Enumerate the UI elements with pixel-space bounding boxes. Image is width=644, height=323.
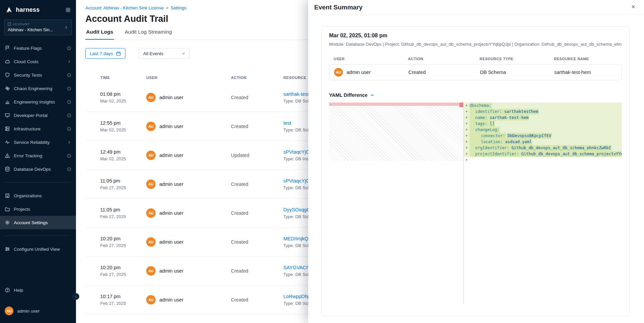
info-icon[interactable] <box>67 113 71 118</box>
sidebar-item[interactable]: Database DevOps <box>0 162 76 176</box>
user-name: admin user <box>159 210 184 216</box>
diff-plus-marker: + <box>464 145 470 151</box>
sidebar-item[interactable]: Cloud Costs <box>0 55 76 68</box>
info-icon[interactable] <box>67 167 71 171</box>
date-range-button[interactable]: Last 7 days <box>85 48 125 59</box>
sliders-icon <box>5 246 10 252</box>
organizations-icon <box>5 193 10 198</box>
user-avatar: AU <box>334 68 343 77</box>
event-time: 11:05 pm <box>100 207 146 212</box>
info-icon[interactable] <box>67 100 71 104</box>
sidebar-item-label: Database DevOps <box>14 167 63 172</box>
user-avatar: AU <box>146 237 156 247</box>
chevron-right-icon <box>64 25 68 30</box>
info-icon[interactable] <box>67 46 71 50</box>
date-range-label: Last 7 days <box>90 51 113 56</box>
flag-icon <box>5 45 10 51</box>
event-time: 10:20 pm <box>100 236 146 241</box>
portal-icon <box>5 113 10 118</box>
diff-added-line: + changeLog: <box>464 127 622 133</box>
user-name: admin user <box>159 124 184 129</box>
sidebar-item[interactable]: Service Reliability <box>0 135 76 149</box>
event-time: 12:55 pm <box>100 120 146 126</box>
gear-icon <box>5 220 10 225</box>
logo-text: harness <box>16 6 63 13</box>
yaml-value: [] <box>490 121 494 126</box>
sidebar-item[interactable]: Organizations <box>0 189 76 202</box>
insights-icon <box>5 99 10 105</box>
event-time: 10:17 pm <box>100 294 146 299</box>
diff-added-line: + <box>464 157 622 163</box>
sidebar-item-label: Configure Unified View <box>14 247 71 252</box>
diff-plus-marker: + <box>464 109 470 115</box>
sidebar-item[interactable]: Account Settings <box>0 216 76 229</box>
event-table-header: USER ACTION RESOURCE TYPE RESOURCE NAME <box>329 57 622 61</box>
event-filter-value: All Events <box>143 51 163 56</box>
info-icon[interactable] <box>67 86 71 91</box>
diff-plus-marker: + <box>464 139 470 145</box>
user-avatar: AU <box>146 266 156 276</box>
module-grid-icon[interactable] <box>66 7 71 12</box>
diff-plus-marker: + <box>464 121 470 127</box>
column-user: USER <box>146 76 231 80</box>
event-time: 12:49 pm <box>100 149 146 155</box>
column-user: USER <box>334 57 408 61</box>
user-name: admin user <box>159 239 184 245</box>
yaml-value: Github_db_devops_aut_db_schema_projectvY… <box>521 152 622 156</box>
info-icon[interactable] <box>67 154 71 158</box>
yaml-value: sarthak-test-hem <box>490 115 529 120</box>
chevron-up-icon <box>370 93 374 97</box>
sidebar-item[interactable]: Error Tracking <box>0 149 76 162</box>
diff-removed-cap <box>459 103 463 107</box>
event-date: Feb 27, 2025 <box>100 301 146 306</box>
diff-plus-marker: + <box>464 133 470 139</box>
app-root: harness ACCOUNT Abhinav - Kitchen Sin...… <box>0 0 644 323</box>
sidebar-item[interactable]: Projects <box>0 202 76 216</box>
diff-removed-strip <box>329 103 463 106</box>
user-avatar: AU <box>5 307 13 315</box>
action-label: Created <box>231 95 283 100</box>
diff-new-pane: + dbschema: + identifier:sarthaktesthem … <box>464 103 622 304</box>
sidebar-item[interactable]: Security Tests <box>0 68 76 82</box>
user-avatar: AU <box>146 208 156 218</box>
sidebar-item[interactable]: Chaos Engineering <box>0 82 76 95</box>
breadcrumb-account-link[interactable]: Account: Abhinav - Kitchen Sink License <box>85 5 164 10</box>
error-icon <box>5 153 10 158</box>
diff-minus-marker: - <box>329 103 333 107</box>
reliability-icon <box>5 139 10 145</box>
account-selector[interactable]: ACCOUNT Abhinav - Kitchen Sin... <box>4 19 72 35</box>
action-label: Created <box>231 239 283 245</box>
event-time: 10:20 pm <box>100 265 146 270</box>
tab-audit-logs[interactable]: Audit Logs <box>85 28 114 40</box>
event-filter-select[interactable]: All Events <box>139 48 190 59</box>
sidebar-item[interactable]: Feature Flags <box>0 41 76 55</box>
tab-audit-log-streaming[interactable]: Audit Log Streaming <box>124 28 172 40</box>
sidebar-item[interactable]: Developer Portal <box>0 109 76 122</box>
projects-icon <box>5 206 10 212</box>
breadcrumb-separator: > <box>166 6 168 10</box>
info-icon[interactable] <box>67 73 71 77</box>
sidebar-item-label: Projects <box>14 207 71 212</box>
diff-plus-marker: + <box>464 151 470 157</box>
sidebar-item[interactable]: Engineering Insights <box>0 95 76 109</box>
sidebar-collapse-button[interactable]: ‹ <box>73 293 79 300</box>
infrastructure-icon <box>5 126 10 131</box>
event-date: Feb 27, 2025 <box>100 243 146 248</box>
event-card: Mar 02, 2025, 01:08 pm Module: Database … <box>321 26 630 316</box>
sidebar: harness ACCOUNT Abhinav - Kitchen Sin...… <box>0 0 76 323</box>
diff-added-line: + connector:DbDevopsoBKpcpIfEV <box>464 133 622 139</box>
event-date: Feb 27, 2025 <box>100 272 146 277</box>
sidebar-item[interactable]: Infrastructure <box>0 122 76 135</box>
info-icon[interactable] <box>67 127 71 131</box>
sidebar-item[interactable]: Configure Unified View <box>0 242 76 256</box>
yaml-difference-toggle[interactable]: YAML Difference <box>329 92 622 98</box>
column-resource-name: RESOURCE NAME <box>554 57 622 61</box>
diff-added-line: + dbschema: <box>464 103 622 109</box>
user-menu[interactable]: AU admin user <box>0 304 76 318</box>
breadcrumb-settings-link[interactable]: Settings <box>171 5 187 10</box>
drawer-close-button[interactable] <box>629 3 638 12</box>
diff-added-line: + identifier:sarthaktesthem <box>464 109 622 115</box>
logo-row: harness <box>0 0 76 17</box>
sidebar-item-label: Security Tests <box>14 73 63 78</box>
help-button[interactable]: Help <box>0 283 76 297</box>
